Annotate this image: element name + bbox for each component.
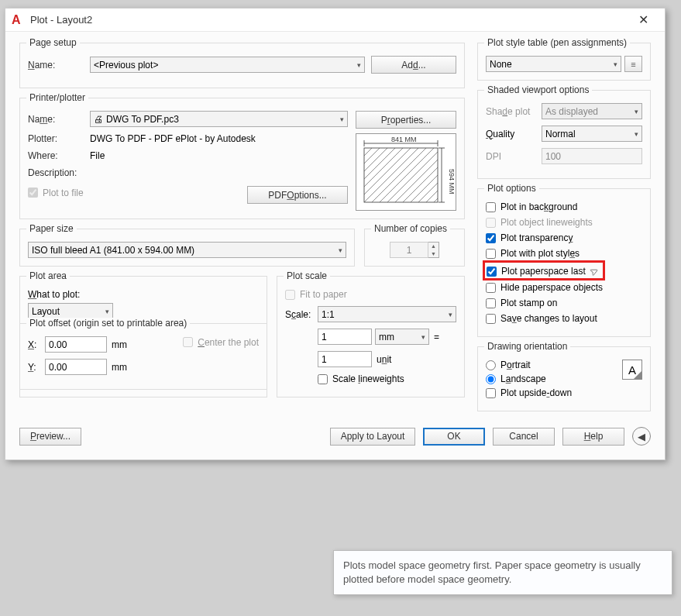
svg-line-8 [364,148,418,202]
y-input[interactable]: 0.00 [45,359,107,375]
dpi-label: DPI [486,151,542,162]
x-label: X: [28,339,45,350]
svg-text:594 MM: 594 MM [448,169,456,194]
printer-name-label: Name: [28,114,90,125]
properties-button[interactable]: Properties... [356,111,456,129]
where-label: Where: [28,150,90,161]
preview-width-label: 841 MM [391,136,417,143]
chevron-down-icon: ▾ [631,108,638,115]
scale-lineweights-check[interactable]: Scale lineweights [318,373,456,384]
svg-line-10 [380,148,434,202]
scale-num2-input[interactable]: 1 [318,351,372,367]
chevron-down-icon: ▾ [445,311,452,318]
chevron-down-icon: ▾ [354,61,361,69]
shade-plot-label: Shade plot [486,106,542,117]
cancel-button[interactable]: Cancel [493,428,555,446]
plot-style-group: Plot style table (pen assignments) None▾… [477,43,651,81]
x-input[interactable]: 0.00 [45,336,107,353]
plot-style-edit-button[interactable]: ≡ [624,56,642,72]
shade-plot-combo: As displayed▾ [542,103,642,119]
center-plot-check: Center the plot [183,337,259,348]
unit-label: unit [377,354,391,365]
scale-combo[interactable]: 1:1▾ [318,306,456,322]
description-label: Description: [28,167,90,178]
plot-style-combo[interactable]: None▾ [486,56,621,72]
svg-line-13 [403,167,438,202]
add-button[interactable]: Add... [371,56,456,74]
copies-spinner[interactable]: ▲▼ [428,242,439,258]
y-label: Y: [28,362,45,373]
portrait-radio[interactable]: Portrait [486,360,622,370]
what-to-plot-combo[interactable]: Layout▾ [28,303,113,319]
plot-stamp-check[interactable]: Plot stamp on [486,298,642,308]
chevron-down-icon: ▾ [610,60,617,68]
paper-size-combo[interactable]: ISO full bleed A1 (841.00 x 594.00 MM)▾ [28,242,346,258]
chevron-down-icon: ▾ [102,308,109,315]
svg-line-17 [434,198,438,202]
help-button[interactable]: Help [562,428,624,446]
hide-paperspace-check[interactable]: Hide paperspace objects [486,282,642,293]
fit-to-paper-check: Fit to paper [285,289,456,300]
quality-combo[interactable]: Normal▾ [542,126,642,142]
scale-unit-combo[interactable]: mm▾ [375,329,429,345]
chevron-down-icon: ▾ [418,333,425,341]
svg-line-5 [364,148,395,179]
group-title: Page setup [26,37,80,48]
plot-options-group: Plot options Plot in background Plot obj… [477,188,651,337]
svg-line-14 [411,175,438,202]
ok-button[interactable]: OK [423,428,485,446]
scale-num1-input[interactable]: 1 [318,329,372,345]
plot-to-file-check: Plot to file [28,188,84,198]
printer-group: Printer/plotter Name: 🖨 DWG To PDF.pc3▾ [19,98,465,219]
pdf-options-button[interactable]: PDF Options... [247,186,348,204]
chevron-down-icon: ▾ [631,130,638,138]
window-title: Plot - Layout2 [30,14,92,26]
save-changes-check[interactable]: Save changes to layout [486,313,642,324]
collapse-button[interactable]: ◀ [632,427,651,446]
plot-transparency-check[interactable]: Plot transparency [486,232,642,243]
highlighted-option: Plot paperspace last ➤ [483,260,605,280]
printer-icon: 🖨 [94,114,103,125]
preview-button[interactable]: Preview... [19,428,81,446]
copies-group: Number of copies 1 ▲▼ [364,229,465,267]
orientation-icon: A [622,360,642,380]
dpi-input: 100 [542,148,642,164]
plotter-value: DWG To PDF - PDF ePlot - by Autodesk [90,133,256,144]
paper-size-group: Paper size ISO full bleed A1 (841.00 x 5… [19,229,355,267]
landscape-radio[interactable]: Landscape [486,373,622,384]
quality-label: Quality [486,129,542,139]
equals-icon: = [434,332,439,342]
svg-line-11 [387,152,438,202]
svg-line-16 [426,191,438,202]
chevron-down-icon: ▾ [337,115,344,123]
plotter-label: Plotter: [28,133,90,144]
close-button[interactable]: ✕ [628,12,659,27]
plot-offset-group: Plot offset (origin set to printable are… [19,323,267,390]
page-setup-group: Page setup Name: <Previous plot>▾ Add... [19,43,465,88]
page-setup-name-combo[interactable]: <Previous plot>▾ [90,57,365,73]
plot-styles-check[interactable]: Plot with plot styles [486,248,642,259]
svg-line-3 [364,148,380,163]
apply-button[interactable]: Apply to Layout [330,428,415,446]
svg-line-4 [364,148,387,171]
where-value: File [90,150,105,161]
upside-down-check[interactable]: Plot upside-down [486,387,622,398]
scale-label: Scale: [285,309,318,320]
copies-input: 1 [390,242,428,258]
chevron-down-icon: ▾ [335,246,342,254]
paper-preview: 841 MM [356,133,456,211]
name-label: Name: [28,60,90,71]
plot-lineweights-check: Plot object lineweights [486,217,642,228]
cursor-icon: ➤ [588,265,600,278]
tooltip: Plots model space geometry first. Paper … [333,550,672,595]
svg-line-6 [364,148,403,187]
plot-scale-group: Plot scale Fit to paper Scale: 1:1▾ [277,276,465,397]
titlebar: A Plot - Layout2 ✕ [5,9,665,32]
plot-background-check[interactable]: Plot in background [486,201,642,212]
printer-name-combo[interactable]: 🖨 DWG To PDF.pc3▾ [90,111,348,127]
plot-dialog: A Plot - Layout2 ✕ Page setup Name: <Pre… [5,8,666,460]
svg-line-9 [372,148,426,202]
svg-line-15 [418,183,438,202]
app-icon: A [12,13,26,27]
plot-paperspace-last-check[interactable]: Plot paperspace last [487,266,586,277]
